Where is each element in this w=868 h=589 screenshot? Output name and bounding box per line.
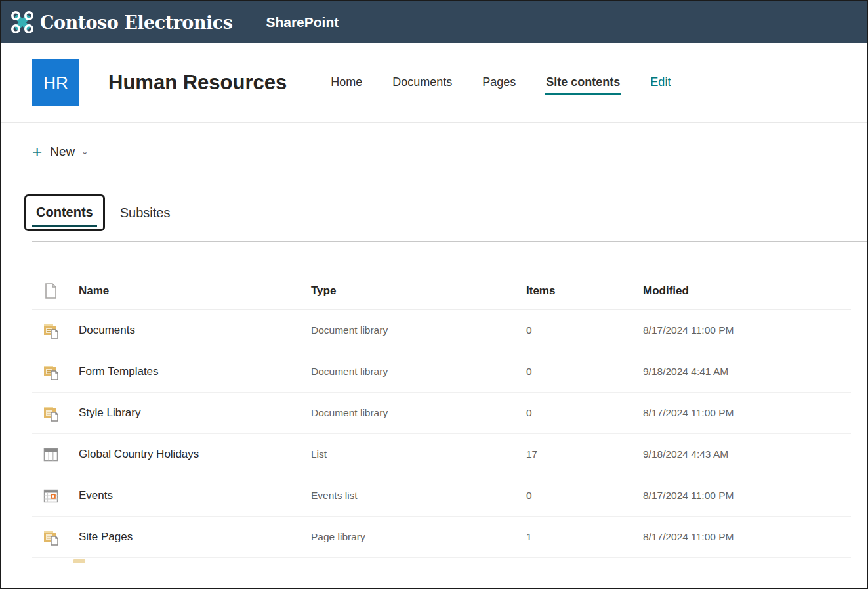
nav-item-pages[interactable]: Pages [482,72,516,95]
column-header-type[interactable]: Type [311,284,526,297]
row-name: Documents [79,324,311,337]
document-library-icon [43,322,60,339]
row-name: Style Library [79,406,311,420]
row-name: Site Pages [79,531,311,544]
column-header-modified[interactable]: Modified [643,284,851,297]
new-button[interactable]: + New ⌄ [32,144,88,159]
contoso-logo-icon [10,10,35,35]
site-nav: Home Documents Pages Site contents Edit [330,72,671,95]
new-button-label: New [50,144,75,159]
row-type: Page library [311,531,526,543]
row-type: Document library [311,324,526,336]
row-items: 0 [526,366,643,378]
nav-item-site-contents[interactable]: Site contents [545,72,621,95]
row-type: Document library [311,366,526,378]
events-calendar-icon [43,488,59,504]
table-row-documents[interactable]: Documents Document library 0 8/17/2024 1… [32,310,851,351]
row-modified: 8/17/2024 11:00 PM [643,531,851,543]
row-items: 0 [526,324,643,336]
row-name: Form Templates [79,365,311,378]
file-type-column-icon[interactable] [32,282,79,299]
table-row-form-templates[interactable]: Form Templates Document library 0 9/18/2… [32,351,851,393]
site-title[interactable]: Human Resources [108,71,287,95]
row-modified: 8/17/2024 11:00 PM [643,324,851,336]
clipped-next-row-icon [73,559,85,563]
table-body: Documents Document library 0 8/17/2024 1… [32,310,851,558]
row-modified: 9/18/2024 4:43 AM [643,448,851,460]
document-library-icon [43,404,60,422]
row-items: 17 [526,448,643,460]
row-items: 0 [526,490,643,502]
suite-bar: Contoso Electronics SharePoint [1,1,867,43]
column-header-items[interactable]: Items [526,284,643,297]
plus-icon: + [32,145,42,158]
site-header: HR Human Resources Home Documents Pages … [1,43,867,123]
table-header-row: Name Type Items Modified [32,242,851,310]
table-row-site-pages[interactable]: Site Pages Page library 1 8/17/2024 11:0… [32,517,851,558]
row-items: 1 [526,531,643,543]
nav-item-home[interactable]: Home [330,72,363,95]
sharepoint-app-name[interactable]: SharePoint [266,14,339,30]
tab-contents[interactable]: Contents [24,194,105,231]
row-name: Events [79,489,311,502]
row-name: Global Country Holidays [79,448,311,461]
row-type: Document library [311,407,526,419]
chevron-down-icon: ⌄ [81,147,88,156]
table-row-style-library[interactable]: Style Library Document library 0 8/17/20… [32,393,851,434]
row-type: List [311,448,526,460]
document-library-icon [43,363,60,381]
row-type: Events list [311,490,526,502]
row-modified: 9/18/2024 4:41 AM [643,366,851,378]
row-modified: 8/17/2024 11:00 PM [643,407,851,419]
nav-item-edit[interactable]: Edit [650,72,671,95]
site-logo-tile[interactable]: HR [32,59,79,106]
tab-subsites[interactable]: Subsites [120,206,171,221]
command-bar: + New ⌄ [1,123,867,160]
row-items: 0 [526,407,643,419]
page-icon [44,282,58,299]
table-row-events[interactable]: Events Events list 0 8/17/2024 11:00 PM [32,475,851,517]
column-header-name[interactable]: Name [79,284,311,297]
document-library-icon [43,529,60,546]
row-modified: 8/17/2024 11:00 PM [643,490,851,502]
pivot-tabs: Contents Subsites [24,194,867,231]
list-icon [43,447,59,463]
table-row-global-country-holidays[interactable]: Global Country Holidays List 17 9/18/202… [32,434,851,475]
nav-item-documents[interactable]: Documents [392,72,453,95]
brand-name: Contoso Electronics [40,12,232,33]
site-contents-table: Name Type Items Modified Documents Docum… [32,242,851,563]
